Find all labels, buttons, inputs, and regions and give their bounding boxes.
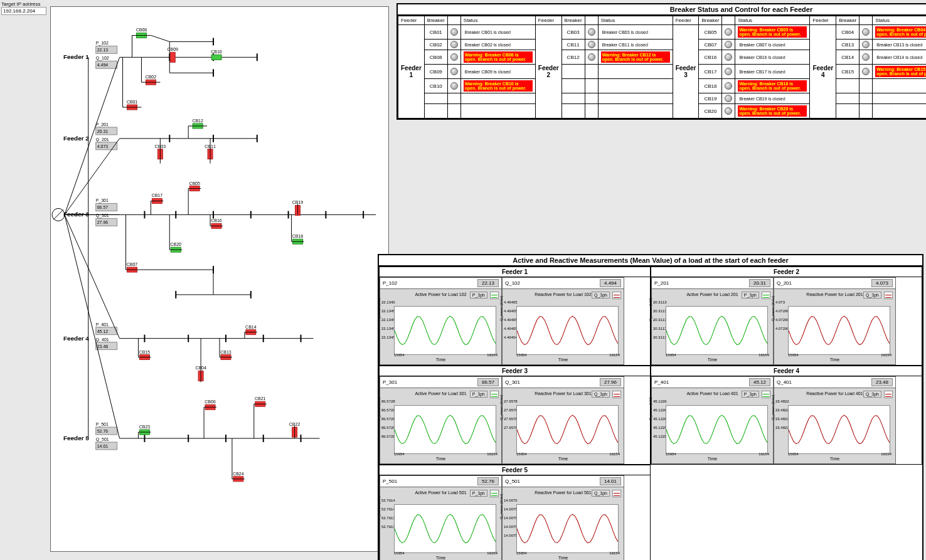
phase-button[interactable]: Q_3ph xyxy=(592,490,610,497)
svg-text:CB07: CB07 xyxy=(127,262,138,267)
phase-button[interactable]: Q_3ph xyxy=(863,292,881,298)
x-tick: 15954 xyxy=(394,353,405,357)
y-tick: 14.0075 xyxy=(504,534,518,537)
breaker-status: Breaker CB17 is closed xyxy=(735,65,810,79)
y-tick: 4.49405 xyxy=(504,327,518,330)
breaker-led[interactable] xyxy=(585,40,598,50)
breaker-led[interactable] xyxy=(447,25,460,40)
breaker-status: Breaker CB13 is closed xyxy=(873,40,926,50)
feeder-heading: Feeder 4 xyxy=(651,366,922,376)
phase-button[interactable]: P_3ph xyxy=(470,391,487,398)
phase-button[interactable]: P_3ph xyxy=(742,391,759,398)
svg-text:CB13: CB13 xyxy=(220,350,232,354)
breaker-led[interactable] xyxy=(722,50,735,65)
svg-text:52.76: 52.76 xyxy=(97,429,109,433)
svg-line-46 xyxy=(65,214,120,338)
measurement-cell: Q_401 23.48 Reactive Power for Load 401 … xyxy=(774,376,896,464)
plot-area[interactable] xyxy=(788,306,890,355)
chart-box: Reactive Power for Load 301 Q_3ph Q_mean… xyxy=(503,388,624,463)
wave-icon xyxy=(884,292,893,299)
breaker-led[interactable] xyxy=(447,40,460,50)
ip-input[interactable] xyxy=(1,7,46,15)
var-value: 86.57 xyxy=(477,378,499,386)
measurement-cell: P_102 22.13 Active Power for Load 102 P_… xyxy=(380,277,502,365)
breaker-led[interactable] xyxy=(722,104,735,119)
wave-icon xyxy=(884,391,893,398)
svg-text:CB10: CB10 xyxy=(211,50,222,54)
phase-button[interactable]: Q_3ph xyxy=(592,292,610,298)
plot-area[interactable] xyxy=(394,306,496,355)
svg-text:27.96: 27.96 xyxy=(97,220,109,225)
breaker-led[interactable] xyxy=(585,50,598,65)
phase-button[interactable]: P_3ph xyxy=(470,292,487,298)
x-axis-label: Time xyxy=(654,357,770,362)
measurement-cell: Q_102 4.494 Reactive Power for Load 102 … xyxy=(502,277,624,365)
plot-area[interactable] xyxy=(516,306,619,355)
feeder-heading: Feeder 5 xyxy=(380,465,650,475)
breaker-led[interactable] xyxy=(722,25,735,40)
breaker-led[interactable] xyxy=(859,65,873,79)
feeder-heading: Feeder 2 xyxy=(651,267,922,277)
breaker-led[interactable] xyxy=(859,50,873,65)
svg-text:4.494: 4.494 xyxy=(97,63,109,67)
plot-area[interactable] xyxy=(788,405,890,454)
y-tick: 22.1345 xyxy=(381,327,395,330)
y-tick: 86.5728 xyxy=(381,435,395,438)
breaker-table: Breaker Status and Control for each Feed… xyxy=(396,3,926,120)
breaker-status: Warning: Breaker CB05 is open. Branch is… xyxy=(735,25,810,40)
phase-button[interactable]: Q_3ph xyxy=(592,391,610,398)
plot-area[interactable] xyxy=(394,405,496,454)
breaker-status: Breaker CB07 is closed xyxy=(735,40,810,50)
y-tick: 27.9578 xyxy=(504,417,518,421)
breaker-table-title: Breaker Status and Control for each Feed… xyxy=(398,4,926,16)
x-tick: 16154 xyxy=(609,452,620,456)
svg-text:Feeder 5: Feeder 5 xyxy=(63,435,89,441)
x-tick: 16154 xyxy=(758,353,769,357)
breaker-status: Breaker CB14 is closed xyxy=(873,50,926,65)
breaker-led[interactable] xyxy=(722,40,735,50)
plot-area[interactable] xyxy=(666,405,768,454)
plot-area[interactable] xyxy=(666,306,768,355)
x-tick: 15954 xyxy=(666,452,676,456)
y-tick: 45.1226 xyxy=(653,417,667,421)
breaker-led[interactable] xyxy=(447,79,460,93)
breaker-status: Warning: Breaker CB20 is open. Branch is… xyxy=(735,104,810,119)
chart-box: Active Power for Load 301 P_3ph P_mean (… xyxy=(380,388,501,463)
breaker-led[interactable] xyxy=(722,93,735,104)
feeder-label: Feeder 2 xyxy=(535,25,561,119)
y-tick: 27.9578 xyxy=(504,426,518,430)
plot-area[interactable] xyxy=(394,504,496,553)
chart-box: Active Power for Load 201 P_3ph P_mean (… xyxy=(652,289,773,364)
x-axis-label: Time xyxy=(654,457,770,461)
svg-text:Q_501: Q_501 xyxy=(96,437,109,442)
y-tick: 27.9578 xyxy=(504,399,518,403)
breaker-table-header: Breaker xyxy=(424,16,447,25)
breaker-led[interactable] xyxy=(722,65,735,79)
y-tick: 23.4822 xyxy=(775,399,789,403)
svg-text:Q_301: Q_301 xyxy=(96,213,109,218)
breaker-led[interactable] xyxy=(447,65,460,79)
y-tick: 4.073 xyxy=(775,300,785,304)
plot-area[interactable] xyxy=(516,405,619,454)
breaker-CB09[interactable] xyxy=(170,52,175,62)
plot-area[interactable] xyxy=(516,504,619,553)
breaker-id: CB17 xyxy=(699,65,722,79)
breaker-table-header: Status xyxy=(735,16,810,25)
y-axis-label: Q_mean (kVar) xyxy=(499,295,503,321)
phase-button[interactable]: P_3ph xyxy=(742,292,759,298)
phase-button[interactable]: P_3ph xyxy=(470,490,487,497)
y-tick: 4.49405 xyxy=(504,318,518,322)
breaker-table-header: Feeder xyxy=(398,16,425,25)
phase-button[interactable]: Q_3ph xyxy=(863,391,881,398)
breaker-id: CB12 xyxy=(561,50,585,65)
y-tick: 45.1226 xyxy=(653,399,667,403)
breaker-led[interactable] xyxy=(447,50,460,65)
x-tick: 16154 xyxy=(609,353,620,357)
x-tick: 16154 xyxy=(758,452,769,456)
breaker-led[interactable] xyxy=(859,25,873,40)
breaker-CB10[interactable] xyxy=(211,55,221,60)
breaker-led[interactable] xyxy=(722,79,735,93)
breaker-led[interactable] xyxy=(859,40,873,50)
breaker-led[interactable] xyxy=(585,25,598,40)
svg-text:CB14: CB14 xyxy=(245,325,257,329)
